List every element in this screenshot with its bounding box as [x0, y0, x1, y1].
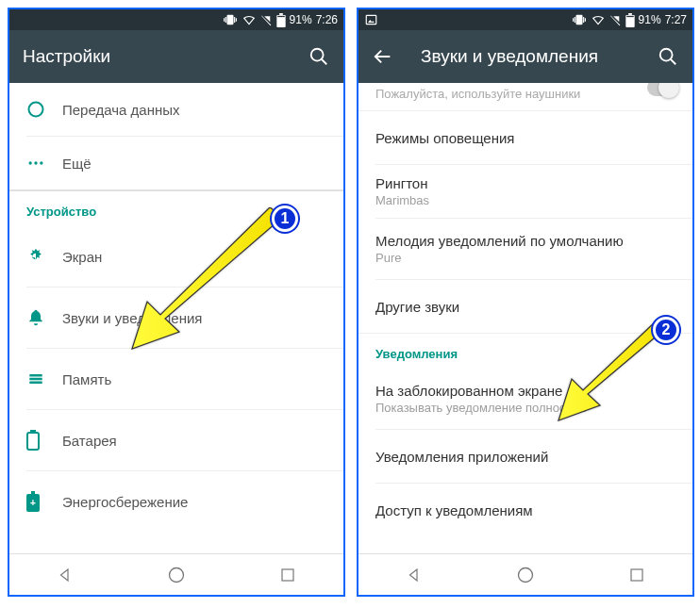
- item-label: Передача данных: [62, 102, 326, 118]
- nav-bar: [358, 553, 692, 595]
- power-icon: +: [26, 491, 40, 512]
- svg-rect-22: [626, 15, 634, 16]
- toggle-switch[interactable]: [647, 83, 679, 96]
- item-ringtone[interactable]: Рингтон Marimbas: [358, 165, 692, 218]
- battery-percent: 91%: [639, 13, 661, 26]
- item-label: Доступ к уведомлениям: [375, 502, 675, 518]
- svg-text:+: +: [30, 498, 36, 508]
- item-label: Память: [62, 371, 326, 387]
- item-label: Батарея: [62, 433, 326, 449]
- battery-icon: [26, 430, 40, 451]
- svg-point-8: [40, 161, 42, 164]
- more-icon: [26, 154, 45, 173]
- item-app-notifications[interactable]: Уведомления приложений: [358, 430, 692, 483]
- nav-recent[interactable]: [275, 563, 300, 587]
- nav-recent[interactable]: [625, 563, 649, 587]
- item-label: Энергосбережение: [62, 494, 326, 510]
- svg-line-4: [322, 59, 327, 65]
- item-data-usage[interactable]: Передача данных: [9, 83, 343, 136]
- clock: 7:26: [316, 13, 338, 26]
- battery-percent: 91%: [290, 13, 312, 26]
- bell-icon: [26, 308, 45, 327]
- svg-point-7: [34, 161, 37, 164]
- nav-home[interactable]: [164, 563, 189, 587]
- display-icon: [26, 247, 45, 266]
- svg-rect-2: [277, 15, 285, 16]
- nav-back[interactable]: [53, 563, 77, 587]
- svg-point-5: [29, 103, 43, 117]
- status-bar: 91% 7:27: [358, 9, 692, 30]
- item-default-notification-sound[interactable]: Мелодия уведомлений по умолчанию Pure: [358, 219, 692, 279]
- svg-rect-1: [279, 13, 283, 15]
- item-sublabel: Marimbas: [375, 193, 675, 207]
- annotation-arrow-1: [113, 207, 302, 358]
- page-title: Настройки: [23, 46, 281, 67]
- svg-point-23: [660, 49, 673, 61]
- search-icon[interactable]: [308, 45, 330, 68]
- item-sublabel: Пожалуйста, используйте наушники: [375, 87, 675, 101]
- battery-icon: [276, 13, 286, 27]
- svg-rect-10: [29, 378, 42, 381]
- battery-icon: [625, 13, 635, 27]
- app-bar: Звуки и уведомления: [358, 30, 692, 83]
- wifi-icon: [242, 13, 257, 26]
- back-icon[interactable]: [372, 45, 394, 68]
- svg-rect-13: [31, 430, 35, 433]
- svg-rect-18: [282, 569, 293, 581]
- status-bar: 91% 7:26: [9, 9, 343, 30]
- vibrate-icon: [223, 13, 238, 26]
- search-icon[interactable]: [657, 45, 679, 68]
- svg-line-24: [671, 59, 676, 65]
- wifi-icon: [591, 13, 606, 26]
- sounds-list: Пожалуйста, используйте наушники Режимы …: [358, 83, 692, 553]
- svg-point-3: [311, 49, 324, 61]
- page-title: Звуки и уведомления: [421, 46, 630, 67]
- phone-sounds: 91% 7:27 Звуки и уведомления Пожалуйста,…: [357, 8, 694, 597]
- svg-rect-11: [29, 382, 42, 385]
- vibrate-icon: [572, 13, 587, 26]
- item-label: Ещё: [62, 156, 326, 172]
- svg-point-6: [29, 161, 32, 164]
- item-sublabel: Pure: [375, 251, 675, 265]
- svg-rect-21: [628, 13, 632, 15]
- memory-icon: [26, 370, 45, 388]
- annotation-badge-2: 2: [653, 317, 679, 343]
- svg-point-17: [170, 567, 184, 582]
- item-battery[interactable]: Батарея: [9, 410, 343, 470]
- nav-bar: [9, 553, 343, 595]
- item-label: Рингтон: [375, 175, 675, 191]
- svg-rect-12: [27, 433, 39, 450]
- app-bar: Настройки: [9, 30, 343, 83]
- item-alert-modes[interactable]: Режимы оповещения: [358, 111, 692, 164]
- item-more[interactable]: Ещё: [9, 137, 343, 189]
- annotation-badge-1: 1: [272, 205, 298, 232]
- item-headphones-partial[interactable]: Пожалуйста, используйте наушники: [358, 83, 692, 111]
- image-icon: [364, 13, 378, 26]
- item-label: Другие звуки: [375, 299, 675, 315]
- item-label: Мелодия уведомлений по умолчанию: [375, 233, 675, 249]
- svg-rect-15: [31, 491, 35, 494]
- svg-point-25: [519, 567, 533, 582]
- item-power-saving[interactable]: + Энергосбережение: [9, 471, 343, 532]
- no-sim-icon: [609, 13, 622, 26]
- svg-rect-19: [366, 15, 376, 24]
- nav-back[interactable]: [402, 563, 426, 587]
- item-label: Уведомления приложений: [375, 449, 675, 465]
- item-notification-access[interactable]: Доступ к уведомлениям: [358, 484, 692, 536]
- svg-rect-9: [29, 374, 42, 377]
- svg-rect-26: [631, 569, 642, 581]
- nav-home[interactable]: [513, 563, 538, 587]
- item-label: Режимы оповещения: [375, 130, 675, 146]
- clock: 7:27: [665, 13, 687, 26]
- data-usage-icon: [26, 100, 45, 119]
- no-sim-icon: [260, 13, 273, 26]
